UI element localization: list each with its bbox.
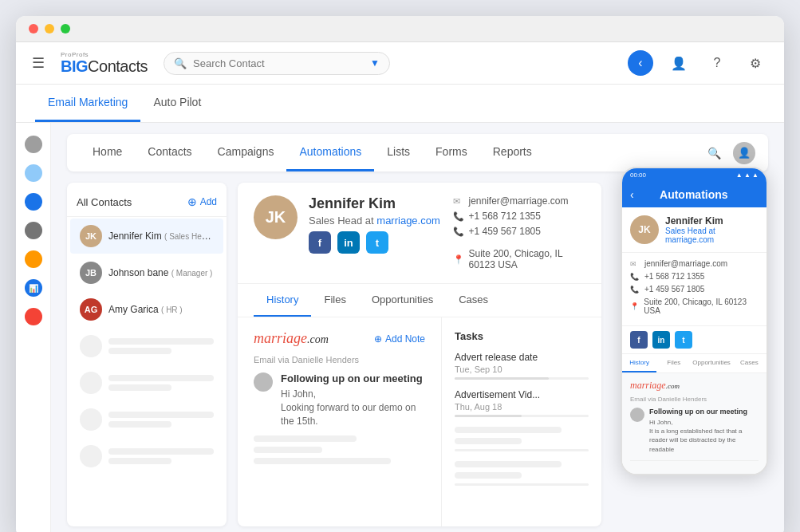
contact-item-amy[interactable]: AG Amy Garica ( HR ) (70, 292, 223, 327)
sub-nav-email-marketing[interactable]: Email Marketing (35, 85, 140, 122)
mobile-note-content: Following up on our meeting Hi John, It … (649, 408, 759, 454)
side-dot-chart[interactable]: 📊 (25, 279, 42, 297)
search-input[interactable] (193, 57, 364, 69)
phone2-icon: 📞 (453, 227, 464, 237)
email-via-label: Email via Danielle Henders (254, 355, 425, 365)
mobile-avatar: JK (630, 215, 659, 244)
note-body1: Hi John, (281, 388, 425, 401)
app-nav: Home Contacts Campaigns Automations List… (67, 134, 768, 171)
mobile-linkedin-button[interactable]: in (652, 331, 670, 349)
side-dot-red[interactable] (25, 308, 42, 325)
detail-panel: JK Jennifer Kim Sales Head at marriage.c… (238, 183, 601, 526)
contact-name-jennifer: Jennifer Kim ( Sales Head ) (108, 231, 214, 242)
mobile-tabs-bar: History Files Opportunities Cases (622, 353, 767, 373)
mobile-nav-title: Automations (640, 188, 759, 201)
task-1-date: Tue, Sep 10 (455, 365, 589, 374)
twitter-button[interactable]: t (366, 231, 388, 254)
add-contact-button[interactable]: ⊕ Add (187, 195, 217, 208)
mobile-phone2-icon: 📞 (630, 286, 640, 294)
brand-logo: marriage.com (254, 330, 329, 347)
mobile-tab-files[interactable]: Files (656, 354, 691, 372)
mobile-signal: ▲ ▲ ▲ (736, 171, 759, 179)
nav-campaigns[interactable]: Campaigns (205, 134, 287, 171)
add-label: Add (200, 196, 217, 207)
search-bar[interactable]: 🔍 ▼ (164, 52, 390, 75)
nav-home[interactable]: Home (80, 134, 135, 171)
mobile-tab-history[interactable]: History (622, 354, 656, 372)
minimize-dot[interactable] (45, 24, 54, 33)
close-dot[interactable] (29, 24, 38, 33)
side-dot-4[interactable] (25, 222, 42, 239)
inner-content: Home Contacts Campaigns Automations List… (51, 123, 784, 532)
meta-group-right: 📍 Suite 200, Chicago, IL 60123 USA (453, 248, 586, 270)
sub-nav-auto-pilot[interactable]: Auto Pilot (140, 85, 214, 122)
mobile-brand-logo: marriage.com (630, 380, 759, 392)
email-icon: ✉ (453, 196, 464, 207)
detail-tabs: History Files Opportunities Cases (238, 284, 601, 317)
mobile-tab-opportunities[interactable]: Opportunities (691, 354, 732, 372)
skeleton-3 (70, 402, 223, 437)
task-2: Advertisement Vid... Thu, Aug 18 (455, 389, 589, 417)
skeleton-4 (70, 439, 223, 474)
contacts-header: All Contacts ⊕ Add (67, 191, 227, 217)
contact-item-jennifer[interactable]: JK Jennifer Kim ( Sales Head ) (70, 219, 223, 254)
mobile-divider (630, 460, 759, 461)
mobile-email-icon: ✉ (630, 260, 640, 268)
side-dot-2[interactable] (25, 164, 42, 182)
side-dot-5[interactable] (25, 250, 42, 268)
nav-user-avatar[interactable]: 👤 (733, 142, 755, 164)
mobile-note-body2: It is a long established fact that a rea… (649, 427, 759, 454)
nav-lists[interactable]: Lists (374, 134, 423, 171)
facebook-button[interactable]: f (309, 231, 331, 254)
mobile-back-button[interactable]: ‹ (630, 188, 634, 201)
mobile-facebook-button[interactable]: f (630, 331, 648, 349)
add-user-button[interactable]: 👤 (666, 50, 692, 76)
side-dot-3[interactable] (25, 193, 42, 211)
search-dropdown-icon[interactable]: ▼ (370, 57, 380, 69)
meta-address: 📍 Suite 200, Chicago, IL 60123 USA (453, 248, 586, 270)
location-icon: 📍 (453, 254, 464, 265)
add-note-button[interactable]: ⊕ Add Note (374, 333, 425, 345)
mobile-twitter-button[interactable]: t (675, 331, 692, 349)
detail-content: marriage.com ⊕ Add Note Email via Daniel… (238, 317, 601, 526)
back-button[interactable]: ‹ (628, 50, 653, 76)
mobile-note-subject: Following up on our meeting (649, 408, 759, 416)
side-dot-1[interactable] (25, 136, 42, 153)
tasks-section: Tasks Advert release date Tue, Sep 10 Ad… (442, 317, 601, 526)
maximize-dot[interactable] (61, 24, 70, 33)
mobile-time: 00:00 (630, 171, 646, 179)
nav-contacts[interactable]: Contacts (135, 134, 204, 171)
mobile-phone1: 📞 +1 568 712 1355 (630, 272, 759, 281)
nav-automations[interactable]: Automations (286, 134, 374, 171)
note-item: Following up on our meeting Hi John, Loo… (254, 372, 425, 428)
help-button[interactable]: ? (704, 50, 730, 76)
mobile-history: marriage.com Email via Danielle Henders … (622, 373, 767, 474)
mobile-status-bar: 00:00 ▲ ▲ ▲ (622, 168, 767, 182)
contact-item-johnson[interactable]: JB Johnson bane ( Manager ) (70, 255, 223, 290)
note-subject: Following up on our meeting (281, 372, 425, 384)
company-link[interactable]: marriage.com (376, 215, 439, 227)
nav-reports[interactable]: Reports (480, 134, 545, 171)
settings-button[interactable]: ⚙ (743, 50, 768, 76)
tab-history[interactable]: History (254, 284, 311, 317)
linkedin-button[interactable]: in (337, 231, 360, 254)
tab-opportunities[interactable]: Opportunities (359, 284, 446, 317)
phone-icon: 📞 (453, 211, 464, 222)
mobile-tab-cases[interactable]: Cases (732, 354, 767, 372)
content-row: All Contacts ⊕ Add JK Jennifer Kim ( Sal (67, 183, 768, 526)
tab-cases[interactable]: Cases (446, 284, 501, 317)
add-note-label: Add Note (385, 333, 425, 345)
logo: ProProfs BIGContacts (61, 52, 148, 74)
mobile-address: 📍 Suite 200, Chicago, IL 60123 USA (630, 298, 759, 315)
mobile-phone2: 📞 +1 459 567 1805 (630, 285, 759, 294)
nav-forms[interactable]: Forms (423, 134, 480, 171)
nav-search-icon[interactable]: 🔍 (703, 142, 725, 164)
mobile-contact-header: JK Jennifer Kim Sales Head at marriage.c… (622, 207, 767, 253)
note-body2: Looking forward to our demo on the 15th. (281, 401, 425, 428)
hamburger-menu[interactable]: ☰ (32, 54, 45, 72)
social-icons: f in t (309, 231, 442, 254)
task-1: Advert release date Tue, Sep 10 (455, 352, 589, 380)
meta-phone2: 📞 +1 459 567 1805 (453, 226, 569, 237)
tab-files[interactable]: Files (311, 284, 358, 317)
mobile-contact-name: Jennifer Kim (665, 215, 759, 227)
